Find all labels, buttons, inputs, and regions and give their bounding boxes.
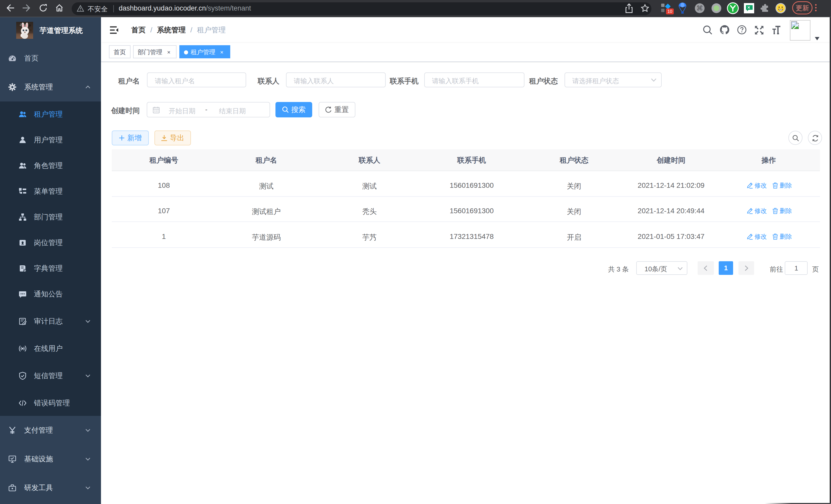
- svg-text:⌘: ⌘: [696, 4, 703, 12]
